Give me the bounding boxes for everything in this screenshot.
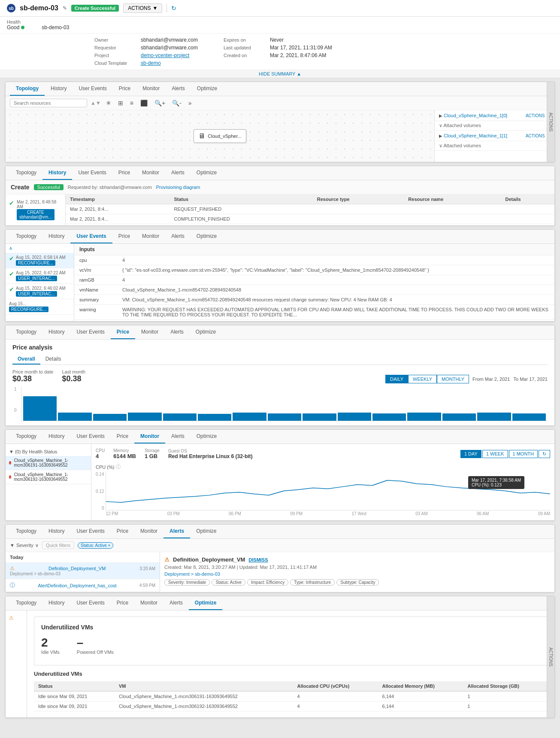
tab-history-m[interactable]: History: [42, 430, 70, 443]
tab-topology-h[interactable]: Topology: [10, 166, 42, 180]
user-event-row-2[interactable]: ✔ Aug 15, 2022, 6:46:02 AM USER_INTERAC.…: [6, 284, 74, 299]
tab-user-events-m[interactable]: User Events: [70, 430, 110, 443]
tab-history-p[interactable]: History: [42, 325, 70, 339]
tab-user-events-a[interactable]: User Events: [70, 525, 110, 538]
hist-col-details: Details: [501, 194, 554, 204]
tab-monitor-o[interactable]: Monitor: [134, 596, 163, 610]
tab-user-events-p[interactable]: User Events: [70, 325, 110, 339]
ue-interact-btn-1[interactable]: USER_INTERAC...: [16, 276, 57, 281]
tab-alerts-h[interactable]: Alerts: [165, 166, 191, 180]
edit-icon[interactable]: ✎: [63, 5, 67, 11]
tab-optimize-p[interactable]: Optimize: [190, 325, 222, 339]
tab-optimize-ue[interactable]: Optimize: [191, 230, 223, 243]
collapse-icon[interactable]: ∧: [6, 244, 74, 253]
tab-monitor-h[interactable]: Monitor: [136, 166, 165, 180]
price-subtab-details[interactable]: Details: [40, 354, 67, 364]
tab-alerts-m[interactable]: Alerts: [165, 430, 191, 443]
alert-row-1[interactable]: ⓘ AlertDefinition_Deployment_has_cost 4:…: [6, 579, 160, 592]
tab-alerts-ue[interactable]: Alerts: [165, 230, 191, 243]
tab-topology-o[interactable]: Topology: [10, 596, 42, 610]
ue-interact-btn-2[interactable]: USER_INTERAC...: [16, 291, 57, 297]
cloud-template-link[interactable]: sb-demo: [141, 60, 161, 66]
tab-history-o[interactable]: History: [42, 596, 70, 610]
tab-monitor[interactable]: Monitor: [136, 82, 166, 96]
tab-price[interactable]: Price: [113, 82, 136, 96]
tab-topology-ue[interactable]: Topology: [10, 230, 42, 243]
actions-button[interactable]: ACTIONS ▼: [123, 3, 162, 13]
tab-monitor-ue[interactable]: Monitor: [136, 230, 165, 243]
topology-search-input[interactable]: [10, 99, 87, 107]
tab-topology-p[interactable]: Topology: [10, 325, 42, 339]
tab-optimize-h[interactable]: Optimize: [191, 166, 223, 180]
tab-history[interactable]: History: [45, 82, 73, 96]
price-subtab-overall[interactable]: Overall: [12, 354, 40, 364]
chart-bar-13: [477, 413, 511, 421]
provisioning-diagram-link[interactable]: Provisioning diagram: [156, 185, 200, 190]
tab-alerts-p[interactable]: Alerts: [164, 325, 190, 339]
period-btn-monthly[interactable]: MONTHLY: [437, 375, 469, 383]
tab-user-events-h[interactable]: User Events: [72, 166, 112, 180]
alert-row-0[interactable]: ⚠ Definition_Deployment_VM 3:20 AM Deplo…: [6, 563, 160, 579]
tab-price-o[interactable]: Price: [111, 596, 134, 610]
optimize-sidebar-handle[interactable]: ACTIONS: [547, 596, 554, 717]
dismiss-button[interactable]: DISMISS: [248, 557, 268, 562]
quick-filter-input[interactable]: Quick filters: [42, 541, 74, 549]
ue-reconfigure-btn-0[interactable]: RECONFIGURE...: [16, 260, 55, 266]
user-event-row-1[interactable]: ✔ Aug 15, 2022, 6:47:22 AM USER_INTERAC.…: [6, 268, 74, 284]
tab-topology-m[interactable]: Topology: [10, 430, 42, 443]
tab-price-m[interactable]: Price: [111, 430, 134, 443]
tab-optimize[interactable]: Optimize: [191, 82, 223, 96]
chart-tooltip: Mar 17, 2021, 7:36:58 AM CPU (%): 0.123: [468, 476, 524, 489]
tab-monitor-m[interactable]: Monitor: [134, 430, 165, 443]
time-btn-1day[interactable]: 1 DAY: [460, 450, 481, 458]
tab-monitor-p[interactable]: Monitor: [135, 325, 164, 339]
refresh-monitor-btn[interactable]: ↻: [539, 450, 550, 458]
tab-user-events-o[interactable]: User Events: [70, 596, 110, 610]
tab-optimize-a[interactable]: Optimize: [190, 525, 222, 538]
history-event-0: ✔ Mar 2, 2021, 8:48:58 AM CREATE sbhanda…: [9, 198, 62, 222]
tab-history-ue[interactable]: History: [42, 230, 70, 243]
user-event-row-3[interactable]: Aug 15... RECONFIGURE...: [6, 299, 74, 315]
tab-price-h[interactable]: Price: [112, 166, 136, 180]
time-btn-1month[interactable]: 1 MONTH: [509, 450, 538, 458]
period-btn-daily[interactable]: DAILY: [385, 375, 408, 383]
tab-optimize-m[interactable]: Optimize: [191, 430, 223, 443]
tab-alerts[interactable]: Alerts: [166, 82, 191, 96]
tab-topology[interactable]: Topology: [10, 82, 45, 96]
tab-price-a[interactable]: Price: [111, 525, 134, 538]
monitor-vm-row-1[interactable]: Cloud_vSphere_Machine_1-mcm306192-163093…: [6, 470, 91, 484]
severity-filter[interactable]: ▼ Severity ∨: [10, 543, 39, 548]
tab-user-events[interactable]: User Events: [73, 82, 112, 96]
history-create-btn[interactable]: CREATE sbhandari@vm...: [17, 209, 54, 220]
tab-topology-a[interactable]: Topology: [10, 525, 42, 538]
topology-list-icon[interactable]: ≡: [128, 99, 135, 107]
topology-snowflake-icon[interactable]: ✳: [104, 99, 113, 107]
time-btn-1week[interactable]: 1 WEEK: [482, 450, 508, 458]
tab-history-a[interactable]: History: [42, 525, 70, 538]
project-link[interactable]: demo-vcenter-project: [141, 52, 189, 58]
tab-alerts-o[interactable]: Alerts: [163, 596, 189, 610]
expand-arrow-0[interactable]: ▶: [439, 113, 442, 118]
topology-zoom-out-icon[interactable]: 🔍-: [170, 99, 183, 107]
tab-user-events-ue[interactable]: User Events: [70, 230, 112, 243]
monitor-vm-row-0[interactable]: Cloud_vSphere_Machine_1-mcm306191-163093…: [6, 456, 91, 470]
tab-history-h[interactable]: History: [42, 166, 72, 180]
topology-sidebar-handle[interactable]: ACTIONS: [547, 82, 554, 162]
topology-zoom-in-icon[interactable]: 🔍+: [153, 99, 167, 107]
tab-price-ue[interactable]: Price: [112, 230, 136, 243]
history-table: Timestamp Status Resource type Resource …: [66, 194, 554, 225]
ue-reconfigure-btn-3[interactable]: RECONFIGURE...: [9, 307, 48, 312]
tab-optimize-o[interactable]: Optimize: [189, 596, 223, 610]
topology-grid-icon[interactable]: ⊞: [116, 99, 125, 107]
period-btn-weekly[interactable]: WEEKLY: [408, 375, 437, 383]
topology-export-icon[interactable]: ⬛: [139, 99, 149, 107]
active-filter-badge[interactable]: Status: Active ×: [78, 542, 113, 549]
tab-alerts-a[interactable]: Alerts: [163, 525, 190, 538]
refresh-button[interactable]: ↻: [171, 5, 176, 12]
expand-arrow-1[interactable]: ▶: [439, 134, 442, 138]
hide-summary-bar[interactable]: HIDE SUMMARY ▲: [0, 70, 560, 78]
user-event-row-0[interactable]: ✔ Aug 15, 2022, 6:58:14 AM RECONFIGURE..…: [6, 253, 74, 268]
tab-monitor-a[interactable]: Monitor: [134, 525, 163, 538]
topology-expand-icon[interactable]: »: [187, 99, 194, 107]
tab-price-p[interactable]: Price: [111, 325, 135, 339]
